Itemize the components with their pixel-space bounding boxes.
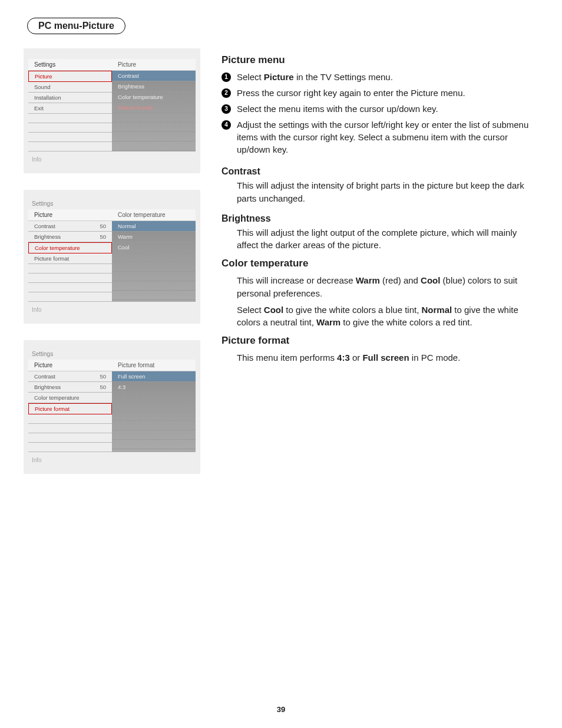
pane-header: Picture format <box>112 360 196 371</box>
body-contrast: This will adjust the intensity of bright… <box>237 179 533 205</box>
menu-row: Color temperature <box>28 393 112 403</box>
menu-row: Color temperature <box>112 92 196 103</box>
row-label: Picture format <box>35 406 70 412</box>
step-text: Select the menu items with the cursor up… <box>237 103 438 115</box>
page-title: PC menu-Picture <box>27 18 125 34</box>
pane-right-3: Picture format Full screen 4:3 <box>112 360 196 452</box>
menu-row <box>112 411 196 421</box>
menu-shot-1: Settings Picture Sound Installation Exit… <box>24 48 200 173</box>
menu-row <box>112 132 196 141</box>
step-number-icon: 3 <box>222 104 231 114</box>
pane-header: Picture <box>28 360 112 371</box>
subtitle-contrast: Contrast <box>222 166 533 177</box>
menu-row: Brightness <box>112 81 196 92</box>
menu-row: Exit <box>28 103 112 114</box>
pane-header: Picture <box>112 59 196 71</box>
row-label: Color temperature <box>118 94 163 100</box>
row-value: 50 <box>100 233 106 240</box>
info-label: Info <box>28 302 196 321</box>
step-number-icon: 4 <box>222 120 231 130</box>
settings-label: Settings <box>28 200 196 209</box>
menu-row <box>28 292 112 302</box>
pane-right-2: Color temperature Normal Warm Cool <box>112 209 196 302</box>
menu-row <box>28 414 112 424</box>
menu-row: Sound <box>28 82 112 93</box>
section-title-picture-menu: Picture menu <box>222 54 533 66</box>
page-number: 39 <box>0 705 562 714</box>
pane-left-2: Picture Contrast50 Brightness50 Color te… <box>28 209 112 302</box>
menu-row <box>112 141 196 151</box>
section-title-picture-format: Picture format <box>222 335 533 347</box>
step-3: 3 Select the menu items with the cursor … <box>222 103 533 115</box>
pane-right-1: Picture Contrast Brightness Color temper… <box>112 59 196 151</box>
menu-row <box>112 291 196 300</box>
menu-shot-2: Settings Picture Contrast50 Brightness50… <box>24 190 200 324</box>
menu-row: Picture format <box>112 103 196 113</box>
step-text: Press the cursor right key again to ente… <box>237 87 465 99</box>
row-label: Picture <box>35 73 52 80</box>
step-number-icon: 2 <box>222 88 231 98</box>
step-text: Select Picture in the TV Settings menu. <box>237 71 393 83</box>
subtitle-brightness: Brightness <box>222 213 533 224</box>
row-label: Full screen <box>118 373 145 380</box>
row-label: Cool <box>118 244 130 251</box>
menu-row: Normal <box>112 221 196 232</box>
menu-row <box>28 114 112 123</box>
row-label: Picture format <box>118 104 153 111</box>
menu-shot-3: Settings Picture Contrast50 Brightness50… <box>24 340 200 474</box>
menu-row <box>28 264 112 274</box>
menu-row <box>112 123 196 132</box>
info-label: Info <box>28 452 196 472</box>
body-brightness: This will adjust the light output of the… <box>237 226 533 252</box>
body-color-temp-2: Select Cool to give the white colors a b… <box>237 304 533 330</box>
menu-row: Brightness50 <box>28 232 112 242</box>
menu-row <box>112 113 196 123</box>
row-label: Installation <box>34 94 61 101</box>
menu-row: Contrast50 <box>28 371 112 382</box>
menu-row: Contrast <box>112 71 196 81</box>
row-label: Brightness <box>118 83 144 90</box>
pane-header: Color temperature <box>112 209 196 221</box>
menu-row: Warm <box>112 232 196 242</box>
menu-row <box>28 443 112 452</box>
row-value: 50 <box>100 373 106 380</box>
step-text: Adjust the settings with the cursor left… <box>237 118 533 156</box>
menu-row: Full screen <box>112 371 196 382</box>
menu-row: Color temperature <box>28 242 112 253</box>
menu-row <box>112 253 196 262</box>
info-label: Info <box>28 151 196 171</box>
menu-row <box>112 262 196 272</box>
settings-label: Settings <box>28 351 196 360</box>
row-label: Brightness <box>34 233 61 240</box>
menu-row <box>112 430 196 440</box>
row-label: Sound <box>34 84 50 90</box>
step-1: 1 Select Picture in the TV Settings menu… <box>222 71 533 83</box>
menu-row <box>28 424 112 433</box>
menu-row <box>112 440 196 449</box>
menu-row: Brightness50 <box>28 382 112 393</box>
menu-row: 4:3 <box>112 382 196 393</box>
steps-list: 1 Select Picture in the TV Settings menu… <box>222 71 533 156</box>
menu-row <box>112 402 196 411</box>
row-label: Color temperature <box>34 394 80 401</box>
body-color-temp-1: This will increase or decrease Warm (red… <box>237 274 533 300</box>
menu-row <box>112 393 196 402</box>
section-title-color-temp: Color temperature <box>222 258 533 269</box>
row-label: Picture format <box>34 255 69 262</box>
row-label: 4:3 <box>118 384 125 390</box>
left-column: Settings Picture Sound Installation Exit… <box>24 48 200 474</box>
row-label: Brightness <box>34 384 61 390</box>
menu-row: Picture format <box>28 403 112 414</box>
menu-row <box>28 283 112 292</box>
row-value: 50 <box>100 223 106 229</box>
row-label: Exit <box>34 105 44 111</box>
menu-row <box>28 123 112 133</box>
step-2: 2 Press the cursor right key again to en… <box>222 87 533 99</box>
menu-row: Cool <box>112 242 196 253</box>
row-label: Color temperature <box>35 245 80 251</box>
pane-left-3: Picture Contrast50 Brightness50 Color te… <box>28 360 112 452</box>
menu-row <box>28 133 112 142</box>
row-label: Contrast <box>34 373 55 380</box>
menu-row <box>112 272 196 281</box>
row-label: Contrast <box>34 223 55 229</box>
